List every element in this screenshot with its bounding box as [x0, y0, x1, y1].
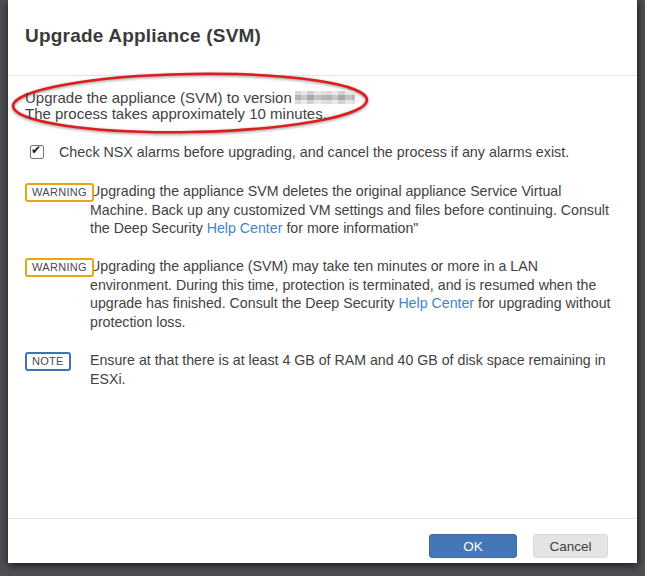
cancel-button[interactable]: Cancel — [533, 534, 608, 558]
notice-text-segment: for more information" — [282, 220, 418, 236]
help-center-link[interactable]: Help Center — [398, 295, 474, 311]
ok-button[interactable]: OK — [429, 534, 517, 558]
note-badge: NOTE — [25, 352, 71, 371]
note-notice: NOTE Ensure at that there is at least 4 … — [25, 351, 617, 388]
screen: { "dialog": { "title": "Upgrade Applianc… — [0, 0, 645, 576]
redacted-version-blur — [295, 91, 355, 104]
intro-line1-text: Upgrade the appliance (SVM) to version — [25, 89, 292, 106]
warning-notice-2-text: Upgrading the appliance (SVM) may take t… — [90, 257, 614, 331]
notice-text-segment: Ensure at that there is at least 4 GB of… — [90, 352, 606, 387]
warning-badge: WARNING — [25, 258, 94, 277]
title-divider — [8, 75, 637, 76]
warning-notice-2: WARNING Upgrading the appliance (SVM) ma… — [25, 257, 617, 331]
check-nsx-alarms-checkbox[interactable] — [30, 145, 44, 159]
dialog-title: Upgrade Appliance (SVM) — [25, 25, 261, 47]
warning-notice-1: WARNING Upgrading the appliance SVM dele… — [25, 182, 617, 238]
check-nsx-alarms-label: Check NSX alarms before upgrading, and c… — [59, 144, 569, 160]
help-center-link[interactable]: Help Center — [207, 220, 283, 236]
upgrade-appliance-dialog: Upgrade Appliance (SVM) Upgrade the appl… — [8, 0, 637, 563]
warning-badge: WARNING — [25, 183, 94, 202]
intro-text: Upgrade the appliance (SVM) to version T… — [25, 90, 425, 122]
footer-divider — [8, 518, 637, 519]
note-notice-text: Ensure at that there is at least 4 GB of… — [90, 351, 614, 388]
warning-notice-1-text: Upgrading the appliance SVM deletes the … — [90, 182, 614, 238]
intro-line-2: The process takes approximately 10 minut… — [25, 106, 425, 122]
intro-line-1: Upgrade the appliance (SVM) to version — [25, 90, 425, 106]
